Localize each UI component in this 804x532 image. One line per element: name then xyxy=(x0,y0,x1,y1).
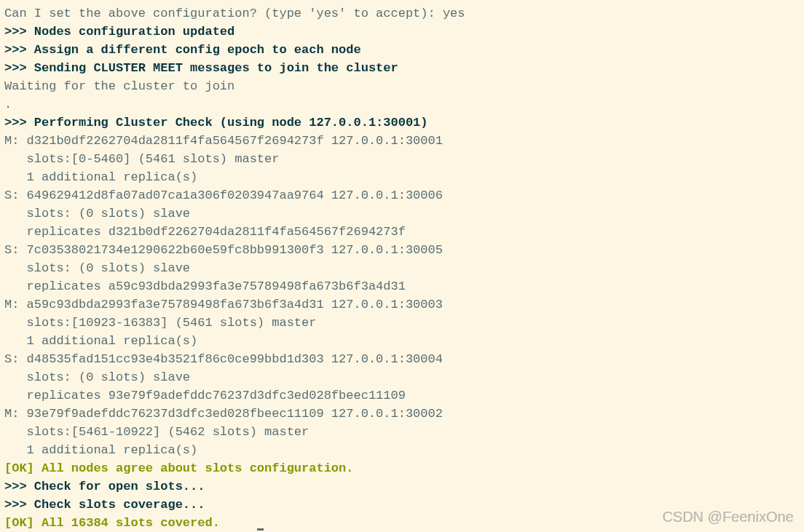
node-line: replicates d321b0df2262704da2811f4fa5645… xyxy=(4,223,800,241)
status-line: >>> Sending CLUSTER MEET messages to joi… xyxy=(4,59,800,77)
node-line: slots:[5461-10922] (5462 slots) master xyxy=(4,423,800,441)
node-line: replicates 93e79f9adefddc76237d3dfc3ed02… xyxy=(4,386,800,405)
node-line: slots:[10923-16383] (5461 slots) master xyxy=(4,314,800,332)
last-line-wrap: [OK] All 16384 slots covered. xyxy=(4,514,800,532)
ok-line: [OK] All 16384 slots covered. xyxy=(4,516,220,530)
status-line: >>> Check for open slots... xyxy=(4,477,800,496)
node-line: S: 7c03538021734e1290622b60e59fc8bb99130… xyxy=(4,241,800,259)
node-line: 1 additional replica(s) xyxy=(4,168,800,186)
cursor-icon xyxy=(257,528,264,531)
node-line: S: 649629412d8fa07ad07ca1a306f0203947aa9… xyxy=(4,186,800,205)
dot-line: . xyxy=(4,95,800,114)
ok-line: [OK] All nodes agree about slots configu… xyxy=(4,459,800,477)
prompt-line: Can I set the above configuration? (type… xyxy=(4,4,800,23)
node-line: 1 additional replica(s) xyxy=(4,441,800,459)
node-line: replicates a59c93dbda2993fa3e75789498fa6… xyxy=(4,277,800,295)
terminal-output: Can I set the above configuration? (type… xyxy=(4,4,800,532)
status-line: >>> Check slots coverage... xyxy=(4,496,800,514)
node-line: M: d321b0df2262704da2811f4fa564567f26942… xyxy=(4,132,800,150)
node-line: slots: (0 slots) slave xyxy=(4,259,800,277)
waiting-line: Waiting for the cluster to join xyxy=(4,77,800,95)
node-line: slots: (0 slots) slave xyxy=(4,205,800,223)
node-line: slots:[0-5460] (5461 slots) master xyxy=(4,150,800,168)
node-line: M: 93e79f9adefddc76237d3dfc3ed028fbeec11… xyxy=(4,405,800,423)
status-line: >>> Performing Cluster Check (using node… xyxy=(4,114,800,132)
node-line: S: d48535fad151cc93e4b3521f86c0ce99bbd1d… xyxy=(4,350,800,368)
status-line: >>> Assign a different config epoch to e… xyxy=(4,41,800,59)
node-line: M: a59c93dbda2993fa3e75789498fa673b6f3a4… xyxy=(4,295,800,314)
node-line: slots: (0 slots) slave xyxy=(4,368,800,386)
node-line: 1 additional replica(s) xyxy=(4,332,800,350)
status-line: >>> Nodes configuration updated xyxy=(4,23,800,41)
